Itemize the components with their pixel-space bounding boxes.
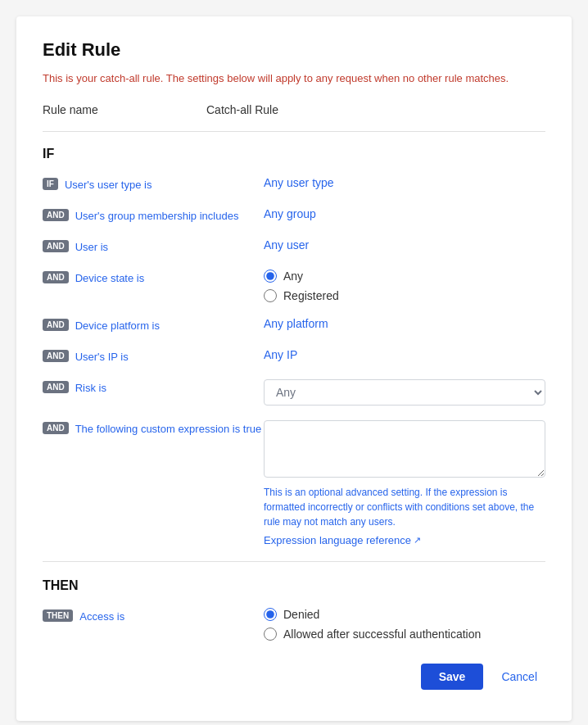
condition-value-user-type: Any user type xyxy=(264,176,545,189)
catch-all-notice: This is your catch-all rule. The setting… xyxy=(43,70,545,87)
radio-registered-device[interactable] xyxy=(264,289,277,302)
if-section: IF IF User's user type is Any user type … xyxy=(43,147,545,547)
external-link-icon: ↗ xyxy=(414,535,421,546)
badge-and-platform: AND xyxy=(43,319,69,331)
condition-row-user: AND User is Any user xyxy=(43,238,545,255)
condition-label-ip: AND User's IP is xyxy=(43,348,264,365)
condition-text-risk: Risk is xyxy=(75,381,106,396)
expression-help-text: This is an optional advanced setting. If… xyxy=(264,485,545,529)
condition-value-platform: Any platform xyxy=(264,317,545,330)
badge-and-ip: AND xyxy=(43,350,69,362)
condition-label-expression: AND The following custom expression is t… xyxy=(43,420,264,437)
radio-row-registered-device: Registered xyxy=(264,289,545,302)
condition-text-device-state: Device state is xyxy=(75,271,145,286)
badge-and-user: AND xyxy=(43,240,69,252)
condition-text-expression: The following custom expression is true xyxy=(75,422,262,437)
expression-language-reference-link[interactable]: Expression language reference ↗ xyxy=(264,534,421,546)
radio-label-denied: Denied xyxy=(283,608,319,621)
condition-value-risk: Any Low Medium High xyxy=(264,379,545,406)
condition-value-group: Any group xyxy=(264,207,545,220)
condition-value-expression: This is an optional advanced setting. If… xyxy=(264,420,545,546)
risk-select[interactable]: Any Low Medium High xyxy=(264,379,545,406)
badge-then: THEN xyxy=(43,609,73,622)
condition-row-ip: AND User's IP is Any IP xyxy=(43,348,545,365)
rule-name-label: Rule name xyxy=(43,103,206,116)
footer-buttons: Save Cancel xyxy=(43,664,545,690)
badge-if: IF xyxy=(43,178,58,190)
condition-label-user: AND User is xyxy=(43,238,264,255)
condition-row-expression: AND The following custom expression is t… xyxy=(43,420,545,546)
save-button[interactable]: Save xyxy=(421,664,484,690)
then-section: THEN THEN Access is Denied Allowed after… xyxy=(43,561,545,641)
condition-text-user: User is xyxy=(75,240,108,255)
radio-label-registered-device: Registered xyxy=(283,289,339,302)
access-radio-group: Denied Allowed after successful authenti… xyxy=(264,608,545,641)
condition-text-access: Access is xyxy=(79,609,124,624)
condition-row-access: THEN Access is Denied Allowed after succ… xyxy=(43,608,545,641)
condition-row-device-state: AND Device state is Any Registered xyxy=(43,270,545,302)
expression-link-text: Expression language reference xyxy=(264,534,411,546)
radio-denied[interactable] xyxy=(264,608,277,621)
rule-name-value: Catch-all Rule xyxy=(206,103,278,116)
badge-and-risk: AND xyxy=(43,381,69,393)
condition-label-group: AND User's group membership includes xyxy=(43,207,264,224)
badge-and-device-state: AND xyxy=(43,271,69,283)
condition-text-ip: User's IP is xyxy=(75,350,129,365)
condition-value-ip: Any IP xyxy=(264,348,545,361)
condition-label-device-state: AND Device state is xyxy=(43,270,264,286)
cancel-button[interactable]: Cancel xyxy=(493,664,545,690)
radio-row-denied: Denied xyxy=(264,608,545,621)
radio-row-allowed: Allowed after successful authentication xyxy=(264,628,545,641)
condition-label-risk: AND Risk is xyxy=(43,379,264,396)
radio-row-any-device: Any xyxy=(264,270,545,283)
condition-label-user-type: IF User's user type is xyxy=(43,176,264,193)
condition-label-access: THEN Access is xyxy=(43,608,264,624)
radio-label-any-device: Any xyxy=(283,270,303,283)
page-title: Edit Rule xyxy=(43,39,545,61)
custom-expression-textarea[interactable] xyxy=(264,420,545,478)
radio-any-device[interactable] xyxy=(264,270,277,283)
condition-row-risk: AND Risk is Any Low Medium High xyxy=(43,379,545,406)
rule-name-row: Rule name Catch-all Rule xyxy=(43,103,545,132)
condition-row-platform: AND Device platform is Any platform xyxy=(43,317,545,333)
condition-value-device-state: Any Registered xyxy=(264,270,545,302)
then-section-title: THEN xyxy=(43,578,545,593)
badge-and-group: AND xyxy=(43,209,69,221)
condition-row-group: AND User's group membership includes Any… xyxy=(43,207,545,224)
device-state-radio-group: Any Registered xyxy=(264,270,545,302)
radio-label-allowed: Allowed after successful authentication xyxy=(283,628,481,641)
radio-allowed[interactable] xyxy=(264,628,277,641)
condition-text-platform: Device platform is xyxy=(75,319,160,333)
condition-value-access: Denied Allowed after successful authenti… xyxy=(264,608,545,641)
condition-row-user-type: IF User's user type is Any user type xyxy=(43,176,545,193)
condition-text-group: User's group membership includes xyxy=(75,209,239,224)
edit-rule-panel: Edit Rule This is your catch-all rule. T… xyxy=(16,16,572,721)
badge-and-expression: AND xyxy=(43,422,69,434)
condition-text-user-type: User's user type is xyxy=(65,178,152,193)
if-section-title: IF xyxy=(43,147,545,161)
condition-value-user: Any user xyxy=(264,238,545,251)
condition-label-platform: AND Device platform is xyxy=(43,317,264,333)
